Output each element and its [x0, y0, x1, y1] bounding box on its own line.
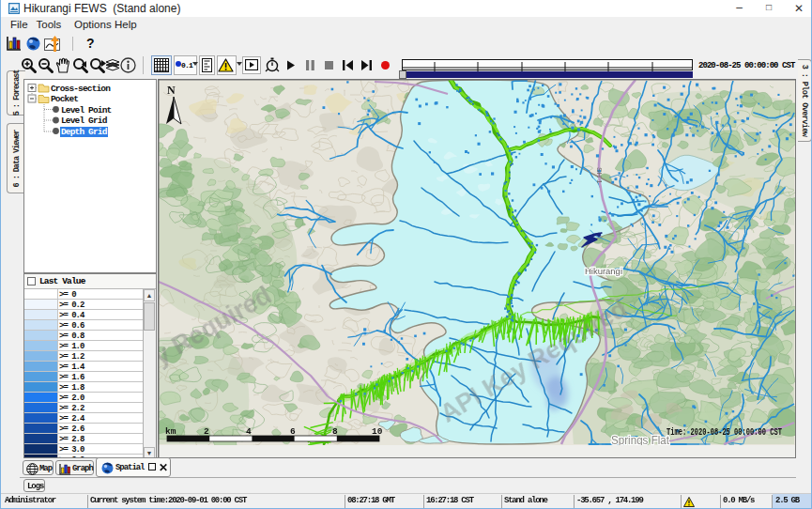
svg-text:Springs Flat: Springs Flat: [611, 434, 670, 447]
svg-text:10: 10: [372, 426, 383, 437]
svg-text:2: 2: [204, 426, 209, 437]
svg-text:SH 1: SH 1: [595, 167, 604, 184]
svg-text:8: 8: [332, 426, 338, 437]
svg-text:N: N: [167, 84, 176, 97]
svg-text:Time: 2020-08-25 00:00:00 CST: Time: 2020-08-25 00:00:00 CST: [666, 426, 782, 438]
svg-text:km: km: [165, 426, 176, 437]
svg-text:Hikurangi: Hikurangi: [585, 266, 622, 276]
svg-text:6: 6: [290, 426, 296, 437]
svg-text:4: 4: [246, 426, 252, 437]
